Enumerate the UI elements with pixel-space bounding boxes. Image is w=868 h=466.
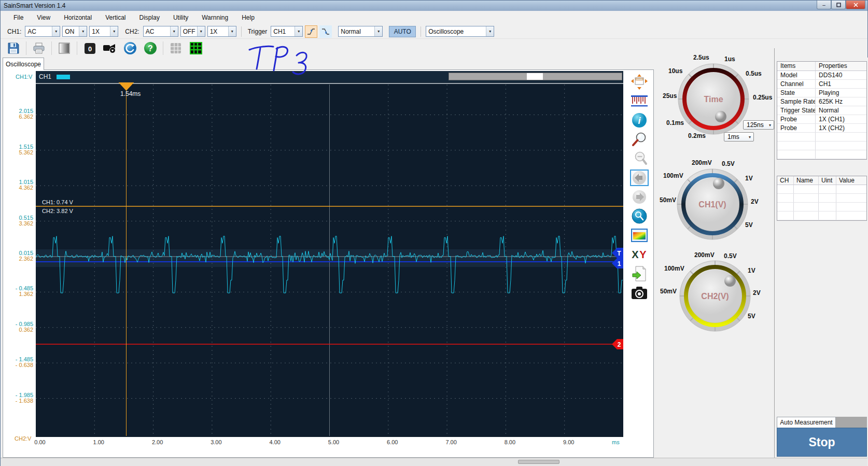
zoom-in-icon[interactable] bbox=[630, 131, 649, 148]
trigger-mode-select[interactable]: Normal▾ bbox=[338, 26, 383, 37]
grid-icon[interactable] bbox=[168, 40, 184, 56]
ch2-knob-scale-label: 100mV bbox=[664, 265, 684, 272]
pan-left-icon[interactable] bbox=[630, 170, 649, 186]
table-row-empty bbox=[777, 203, 866, 211]
chevron-down-icon: ▾ bbox=[197, 26, 205, 36]
export-icon[interactable] bbox=[630, 265, 649, 282]
time-knob-scale-label: 0.5us bbox=[746, 70, 762, 77]
print-icon[interactable] bbox=[31, 40, 47, 56]
background-icon[interactable] bbox=[57, 40, 72, 56]
time-knob-scale-label: 25us bbox=[663, 92, 677, 100]
tab-label: Oscilloscope bbox=[6, 61, 41, 68]
cell: 1X (CH1) bbox=[816, 115, 866, 123]
fit-screen-icon[interactable] bbox=[630, 74, 649, 90]
scope-display[interactable]: CH1 T12 1.54ms CH1: 0.74 V CH2: 3.82 V bbox=[36, 71, 623, 437]
chevron-down-icon: ▾ bbox=[766, 123, 774, 128]
channel-badge: CH1 bbox=[39, 73, 51, 80]
ch1-coupling-select[interactable]: AC▾ bbox=[25, 26, 60, 37]
chevron-down-icon: ▾ bbox=[374, 26, 382, 36]
device-properties-table: ItemsPropertiesModelDDS140ChannelCH1Stat… bbox=[777, 61, 867, 160]
close-button[interactable] bbox=[846, 1, 865, 9]
table-row: Probe1X (CH2) bbox=[777, 124, 866, 133]
help-icon[interactable]: ? bbox=[143, 40, 158, 56]
minimize-button[interactable]: – bbox=[817, 1, 831, 9]
status-strip bbox=[1, 458, 867, 466]
ch1-knob-scale-label: 1V bbox=[745, 175, 753, 182]
cell bbox=[777, 211, 794, 220]
cell: Trigger State bbox=[777, 106, 816, 115]
y-axis-label: 0.5153.362 bbox=[3, 215, 33, 227]
auto-button[interactable]: AUTO bbox=[389, 26, 416, 37]
toolbar-separator bbox=[163, 41, 163, 55]
menu-item-warnning[interactable]: Warnning bbox=[195, 12, 235, 23]
cell: 625K Hz bbox=[816, 97, 866, 106]
maximize-button[interactable] bbox=[831, 1, 846, 9]
time-knob[interactable]: Time bbox=[677, 63, 750, 135]
refresh-icon[interactable] bbox=[122, 40, 138, 56]
xy-mode-icon[interactable]: XY bbox=[630, 246, 649, 263]
info-icon[interactable]: i bbox=[630, 112, 649, 129]
tab-oscilloscope[interactable]: Oscilloscope bbox=[3, 58, 44, 70]
ch2-probe-select[interactable]: 1X▾ bbox=[207, 26, 236, 37]
search-icon[interactable] bbox=[630, 208, 649, 224]
x-axis-unit: ms bbox=[612, 439, 620, 445]
toolbar-separator bbox=[421, 26, 421, 37]
ch2-display-select[interactable]: OFF▾ bbox=[180, 26, 205, 37]
cell: 1X (CH2) bbox=[816, 124, 866, 132]
menu-item-horizontal[interactable]: Horizontal bbox=[57, 12, 99, 23]
cell bbox=[836, 185, 866, 193]
tab-auto-measurement[interactable]: Auto Measurement bbox=[777, 417, 836, 428]
trigger-source-select[interactable]: CH1▾ bbox=[271, 26, 303, 37]
time-knob-scale-label: 0.2ms bbox=[688, 132, 706, 139]
ch2-coupling-select[interactable]: AC▾ bbox=[143, 26, 178, 37]
cell: Channel bbox=[777, 80, 816, 88]
ch1-display-select[interactable]: ON▾ bbox=[62, 26, 87, 37]
cell bbox=[794, 203, 819, 211]
grid-color-icon[interactable] bbox=[188, 40, 204, 56]
x-axis-label: 0.00 bbox=[30, 439, 50, 445]
stop-button[interactable]: Stop bbox=[777, 428, 867, 457]
ch2-knob-scale-label: 2V bbox=[753, 289, 761, 296]
ch2-knob-scale-label: 50mV bbox=[660, 288, 677, 295]
zoom-out-icon[interactable] bbox=[630, 150, 649, 167]
screenshot-icon[interactable] bbox=[630, 285, 649, 301]
ch2-volts-knob[interactable]: CH2(V) bbox=[679, 260, 751, 332]
horizontal-scrollbar[interactable] bbox=[449, 73, 622, 80]
measurement-table: CHNameUintValue bbox=[777, 176, 867, 221]
menu-item-help[interactable]: Help bbox=[235, 12, 261, 23]
time-range-select[interactable]: 125ns▾ bbox=[743, 120, 774, 130]
ch1-knob-block: CH1(V) 200mV0.5V100mV1V50mV2V5V bbox=[659, 153, 775, 243]
toolbar-separator bbox=[51, 41, 52, 55]
y-axis-label: 0.0152.362 bbox=[3, 250, 33, 262]
cell: Model bbox=[777, 71, 816, 79]
ch1-probe-select[interactable]: 1X▾ bbox=[89, 26, 118, 37]
chevron-down-icon: ▾ bbox=[79, 26, 87, 36]
ch1-knob-scale-label: 50mV bbox=[660, 196, 676, 204]
toolbar-separator bbox=[77, 41, 77, 55]
x-axis-label: 1.00 bbox=[88, 439, 109, 445]
palette-icon[interactable] bbox=[630, 227, 649, 244]
cell: Properties bbox=[816, 62, 866, 70]
menu-item-view[interactable]: View bbox=[30, 12, 57, 23]
cell: DDS140 bbox=[816, 71, 866, 79]
cell bbox=[816, 150, 866, 159]
falling-edge-button[interactable] bbox=[319, 25, 332, 38]
ruler-icon[interactable] bbox=[630, 93, 649, 109]
time-base-select[interactable]: 1ms▾ bbox=[724, 132, 754, 142]
record-icon[interactable] bbox=[102, 40, 118, 56]
cell bbox=[819, 203, 836, 211]
save-icon[interactable] bbox=[6, 40, 21, 56]
scrollbar-thumb[interactable] bbox=[527, 73, 543, 80]
rising-edge-button[interactable] bbox=[305, 25, 317, 38]
y-axis-label: - 0.9850.362 bbox=[3, 321, 33, 333]
ch1-volts-knob[interactable]: CH1(V) bbox=[676, 168, 749, 241]
splitter-handle[interactable] bbox=[518, 460, 559, 464]
oscilloscope-panel: Oscilloscope CH1:V CH2:V 2.0156.3621.515… bbox=[3, 58, 654, 458]
zero-icon[interactable]: 0 bbox=[82, 40, 97, 56]
device-mode-select[interactable]: Oscilloscope▾ bbox=[426, 26, 494, 37]
menu-item-display[interactable]: Display bbox=[133, 12, 166, 23]
pan-right-icon[interactable] bbox=[630, 189, 649, 205]
menu-item-utility[interactable]: Utility bbox=[166, 12, 195, 23]
menu-item-file[interactable]: File bbox=[7, 12, 30, 23]
menu-item-vertical[interactable]: Vertical bbox=[99, 12, 132, 23]
